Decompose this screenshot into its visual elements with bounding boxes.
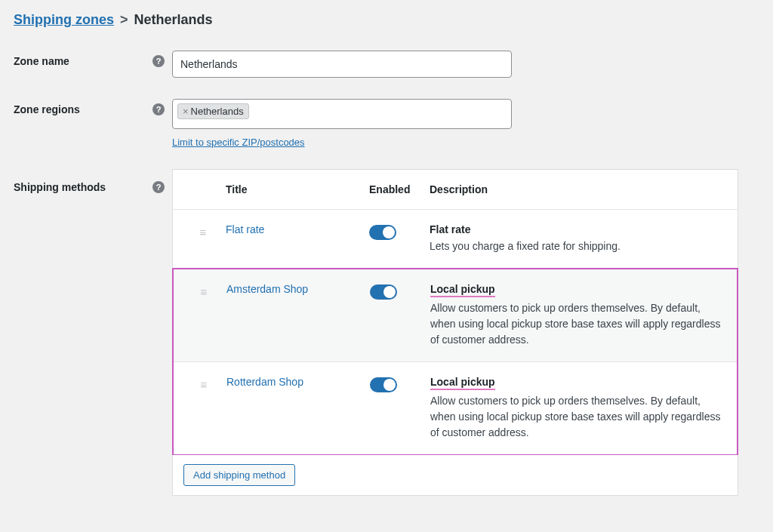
method-desc-title: Local pickup xyxy=(430,376,495,390)
enabled-toggle[interactable] xyxy=(369,225,396,240)
zone-name-input[interactable] xyxy=(172,51,512,78)
enabled-toggle[interactable] xyxy=(370,377,397,392)
help-icon[interactable]: ? xyxy=(152,103,165,115)
method-desc-title: Local pickup xyxy=(430,283,495,297)
method-desc-title: Flat rate xyxy=(430,223,725,235)
method-title-link[interactable]: Rotterdam Shop xyxy=(226,376,303,388)
table-row: ≡ Amsterdam Shop Local pickup Allow cust… xyxy=(174,269,737,362)
zone-regions-input[interactable]: × Netherlands xyxy=(172,99,512,129)
breadcrumb-separator: > xyxy=(120,12,132,27)
limit-postcodes-link[interactable]: Limit to specific ZIP/postcodes xyxy=(172,137,305,148)
breadcrumb-current: Netherlands xyxy=(134,12,213,27)
table-footer: Add shipping method xyxy=(172,455,738,496)
enabled-toggle[interactable] xyxy=(370,284,397,300)
table-header-row: Title Enabled Description xyxy=(173,170,738,210)
highlight-annotation: ≡ Amsterdam Shop Local pickup Allow cust… xyxy=(172,268,738,456)
col-enabled: Enabled xyxy=(369,183,430,195)
drag-handle-icon[interactable]: ≡ xyxy=(201,379,208,390)
col-description: Description xyxy=(430,183,725,195)
method-desc-text: Allow customers to pick up orders themse… xyxy=(430,393,725,441)
method-desc-text: Allow customers to pick up orders themse… xyxy=(430,300,725,348)
remove-chip-icon[interactable]: × xyxy=(183,106,189,116)
breadcrumb: Shipping zones > Netherlands xyxy=(14,12,759,28)
region-chip[interactable]: × Netherlands xyxy=(177,103,249,119)
table-row: ≡ Rotterdam Shop Local pickup Allow cust… xyxy=(174,362,737,454)
drag-handle-icon[interactable]: ≡ xyxy=(201,286,208,297)
shipping-methods-label: Shipping methods ? xyxy=(14,169,172,193)
table-row: ≡ Flat rate Flat rate Lets you charge a … xyxy=(173,210,738,269)
breadcrumb-root-link[interactable]: Shipping zones xyxy=(14,12,114,27)
method-title-link[interactable]: Flat rate xyxy=(226,223,264,235)
shipping-methods-table: Title Enabled Description ≡ Flat rate Fl… xyxy=(172,169,738,456)
method-desc-text: Lets you charge a fixed rate for shippin… xyxy=(430,238,725,254)
col-title: Title xyxy=(226,183,369,195)
method-title-link[interactable]: Amsterdam Shop xyxy=(226,283,308,295)
zone-name-label: Zone name ? xyxy=(14,51,172,67)
help-icon[interactable]: ? xyxy=(152,55,165,67)
region-chip-label: Netherlands xyxy=(191,106,244,117)
add-shipping-method-button[interactable]: Add shipping method xyxy=(183,464,295,486)
drag-handle-icon[interactable]: ≡ xyxy=(200,226,207,238)
help-icon[interactable]: ? xyxy=(152,181,165,193)
zone-regions-label: Zone regions ? xyxy=(14,99,172,115)
